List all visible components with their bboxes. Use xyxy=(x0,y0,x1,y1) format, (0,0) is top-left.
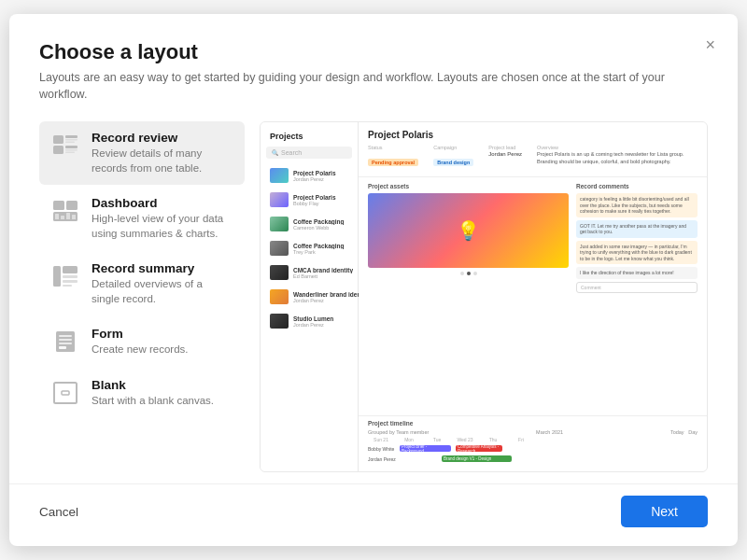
thumb-dark xyxy=(270,265,289,280)
layout-desc-blank: Start with a blank canvas. xyxy=(92,394,214,409)
svg-rect-4 xyxy=(53,146,63,154)
today-label: Today Day xyxy=(670,429,698,435)
preview-search: 🔍 Search xyxy=(266,147,352,159)
timeline-bars: Brand design V1 - Design xyxy=(400,455,698,463)
svg-rect-16 xyxy=(63,266,78,273)
dot xyxy=(473,272,477,275)
timeline-row-2: Jordan Perez Brand design V1 - Design xyxy=(368,455,698,463)
list-item: CMCA brand identity Ed Barnett xyxy=(266,261,352,284)
comment-item: GOT IT. Let me try another pass at the i… xyxy=(576,220,698,238)
status-badge: Pending approval xyxy=(368,159,418,166)
layout-item-form[interactable]: Form Create new records. xyxy=(39,317,245,367)
bulb-icon: 💡 xyxy=(457,219,480,242)
svg-rect-7 xyxy=(65,152,75,154)
record-summary-icon xyxy=(50,263,80,289)
image-dots xyxy=(368,272,569,275)
person-name: Jordan Perez xyxy=(368,456,396,462)
preview-assets: Project assets 💡 xyxy=(368,183,569,410)
list-item: Project Polaris Bobby Flay xyxy=(266,189,352,211)
list-item: Studio Lumen Jordan Perez xyxy=(266,310,352,332)
dot xyxy=(460,272,464,275)
preview-sidebar-title: Projects xyxy=(266,132,352,141)
row-sub: Jordan Perez xyxy=(293,322,348,328)
dot-active xyxy=(467,272,471,275)
timeline-days: Sun 21 Mon Tue Wed 23 Thu Fri xyxy=(368,437,698,442)
blank-icon xyxy=(50,380,80,406)
thumb-purple xyxy=(270,192,289,207)
form-icon xyxy=(50,329,80,355)
svg-rect-1 xyxy=(65,135,78,138)
campaign-label: Campaign xyxy=(433,145,473,150)
row-name: Project Polaris xyxy=(293,194,348,201)
layout-desc-form: Create new records. xyxy=(92,343,189,357)
layout-modal: Choose a layout Layouts are an easy way … xyxy=(9,14,738,546)
layout-list: Record review Review details of many rec… xyxy=(39,121,245,472)
layout-desc-dashboard: High-level view of your data using summa… xyxy=(92,212,233,241)
preview-meta-row: Status Pending approval Campaign Brand d… xyxy=(368,145,698,168)
preview-main-header: Project Polaris Status Pending approval … xyxy=(359,122,707,177)
preview-sidebar: Projects 🔍 Search Project Polaris Jordan… xyxy=(261,122,359,471)
svg-rect-14 xyxy=(72,215,76,219)
svg-rect-24 xyxy=(59,346,66,349)
layout-name-dashboard: Dashboard xyxy=(92,196,233,210)
modal-title: Choose a layout xyxy=(39,40,708,64)
comment-input: Comment xyxy=(576,282,698,293)
layout-item-record-review[interactable]: Record review Review details of many rec… xyxy=(39,121,245,185)
svg-rect-21 xyxy=(59,335,72,337)
svg-rect-23 xyxy=(59,343,72,344)
row-name: Coffee Packaging xyxy=(293,243,348,249)
assets-label: Project assets xyxy=(368,183,569,189)
timeline-month: March 2021 xyxy=(536,429,563,435)
thumb-gray xyxy=(270,241,289,256)
timeline-label: Project timeline xyxy=(368,420,698,427)
svg-rect-18 xyxy=(63,280,78,283)
asset-image: 💡 xyxy=(368,193,569,268)
list-item: Wanderliner brand identity Jordan Perez xyxy=(266,286,352,308)
svg-rect-25 xyxy=(54,383,77,403)
row-sub: Ed Barnett xyxy=(293,273,353,279)
dashboard-icon xyxy=(50,198,80,224)
cancel-button[interactable]: Cancel xyxy=(39,505,78,519)
lead-label: Project lead xyxy=(488,145,522,150)
svg-rect-8 xyxy=(53,201,64,210)
record-review-icon xyxy=(50,133,80,159)
preview-main: Project Polaris Status Pending approval … xyxy=(359,122,707,471)
layout-name-blank: Blank xyxy=(92,378,214,392)
thumb-blue xyxy=(270,168,289,183)
svg-rect-19 xyxy=(63,285,72,287)
next-button[interactable]: Next xyxy=(621,496,708,527)
timeline-bars: Project Brief - Background Competitive A… xyxy=(400,445,698,453)
layout-item-record-summary[interactable]: Record summary Detailed overviews of a s… xyxy=(39,252,245,315)
status-label: Status xyxy=(368,145,418,150)
campaign-badge: Brand design xyxy=(433,159,473,166)
layout-name-form: Form xyxy=(92,327,189,341)
bar-competitive: Competitive Analysis - Research xyxy=(456,445,502,452)
overview-label: Overview xyxy=(537,145,698,150)
list-item: Coffee Packaging Cameron Webb xyxy=(266,213,352,235)
layout-item-blank[interactable]: Blank Start with a blank canvas. xyxy=(39,369,245,418)
thumb-green xyxy=(270,217,289,231)
comments-label: Record comments xyxy=(576,183,698,189)
modal-header: Choose a layout Layouts are an easy way … xyxy=(9,14,738,110)
row-name: Project Polaris xyxy=(293,170,348,176)
grouped-by: Grouped by Team member xyxy=(368,429,429,435)
list-item: Project Polaris Jordan Perez xyxy=(266,164,352,187)
row-name: CMCA brand identity xyxy=(293,267,353,273)
row-sub: Trey Park xyxy=(293,249,348,255)
preview-inner: Projects 🔍 Search Project Polaris Jordan… xyxy=(261,122,707,471)
svg-rect-2 xyxy=(65,139,78,141)
svg-rect-13 xyxy=(66,213,70,219)
row-sub: Bobby Flay xyxy=(293,201,348,206)
thumb-dark2 xyxy=(270,314,289,329)
preview-panel: Projects 🔍 Search Project Polaris Jordan… xyxy=(260,121,708,472)
layout-item-dashboard[interactable]: Dashboard High-level view of your data u… xyxy=(39,187,245,250)
list-item: Coffee Packaging Trey Park xyxy=(266,237,352,259)
modal-footer: Cancel Next xyxy=(9,483,738,546)
thumb-orange xyxy=(270,289,289,304)
close-button[interactable]: × xyxy=(705,36,715,53)
row-sub: Cameron Webb xyxy=(293,225,348,231)
preview-main-title: Project Polaris xyxy=(368,130,698,140)
bar-brand-design: Brand design V1 - Design xyxy=(442,455,512,462)
row-name: Coffee Packaging xyxy=(293,218,348,225)
timeline-row-1: Bobby White Project Brief - Background C… xyxy=(368,445,698,453)
